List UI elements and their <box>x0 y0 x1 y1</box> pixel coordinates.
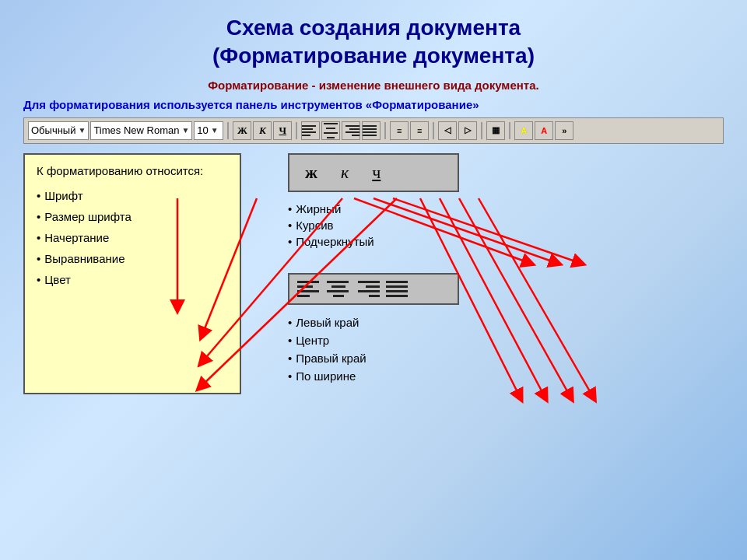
align-center-button[interactable] <box>321 121 340 140</box>
separator-5 <box>481 122 482 139</box>
align-list: Левый край Центр Правый край По ширине <box>288 313 366 385</box>
align-right-button[interactable] <box>342 121 360 140</box>
size-label: 10 <box>197 124 208 136</box>
biu-item-italic: Курсив <box>288 217 374 233</box>
decrease-indent-button[interactable]: ◁ <box>438 121 457 140</box>
align-justify-button[interactable] <box>362 121 381 140</box>
align-left-button[interactable] <box>301 121 320 140</box>
right-section: ж к ч Жирный Курсив Подчеркнутый <box>241 153 724 394</box>
bold-button[interactable]: Ж <box>233 121 251 140</box>
list-item-color: Цвет <box>37 269 228 290</box>
list-item-align: Выравнивание <box>37 248 228 269</box>
align-justify-box-icon <box>386 281 409 297</box>
align-justify-icon <box>363 122 380 139</box>
underline-button[interactable]: Ч <box>273 121 292 140</box>
font-label: Times New Roman <box>93 124 179 136</box>
left-box-heading: К форматированию относится: <box>37 164 228 177</box>
font-arrow: ▼ <box>181 126 189 135</box>
align-item-left: Левый край <box>288 313 366 331</box>
increase-indent-button[interactable]: ▷ <box>458 121 477 140</box>
align-item-center: Центр <box>288 331 366 349</box>
align-center-box-icon <box>327 281 350 297</box>
highlight-button[interactable]: A <box>514 121 533 140</box>
style-label: Обычный <box>31 124 75 136</box>
italic-button[interactable]: К <box>253 121 272 140</box>
left-box-list: Шрифт Размер шрифта Начертание Выравнива… <box>37 185 228 290</box>
toolbar: Обычный ▼ Times New Roman ▼ 10 ▼ Ж К Ч <box>23 117 724 144</box>
align-center-icon <box>322 122 339 139</box>
align-right-icon <box>342 122 359 139</box>
list-item-size: Размер шрифта <box>37 206 228 227</box>
style-dropdown[interactable]: Обычный ▼ <box>28 121 89 140</box>
biu-box: ж к ч <box>288 153 459 192</box>
style-arrow: ▼ <box>78 126 86 135</box>
separator-4 <box>433 122 434 139</box>
separator-3 <box>384 122 386 139</box>
align-left-box-icon <box>297 281 321 297</box>
left-info-box: К форматированию относится: Шрифт Размер… <box>23 153 241 394</box>
subtitle: Форматирование - изменение внешнего вида… <box>23 79 724 92</box>
separator-2 <box>296 122 297 139</box>
more-button[interactable]: » <box>555 121 573 140</box>
separator-6 <box>509 122 510 139</box>
align-left-icon <box>302 122 319 139</box>
font-dropdown[interactable]: Times New Roman ▼ <box>90 121 192 140</box>
info-line: Для форматирования используется панель и… <box>23 98 724 111</box>
numbering-button[interactable]: ≡ <box>390 121 409 140</box>
bullets-button[interactable]: ≡ <box>410 121 429 140</box>
underline-display: ч <box>372 163 381 183</box>
align-item-justify: По ширине <box>288 367 366 385</box>
align-right-box-icon <box>356 281 380 297</box>
main-container: Схема создания документа (Форматирование… <box>0 0 747 560</box>
list-item-font: Шрифт <box>37 185 228 206</box>
align-item-right: Правый край <box>288 349 366 367</box>
biu-list: Жирный Курсив Подчеркнутый <box>288 201 374 250</box>
bold-display: ж <box>305 163 317 183</box>
lower-section: К форматированию относится: Шрифт Размер… <box>23 153 724 394</box>
italic-display: к <box>341 163 349 183</box>
page-title: Схема создания документа (Форматирование… <box>23 14 724 71</box>
border-button[interactable]: ▦ <box>486 121 505 140</box>
list-item-style: Начертание <box>37 227 228 248</box>
biu-item-bold: Жирный <box>288 201 374 217</box>
size-arrow: ▼ <box>211 126 219 135</box>
align-box <box>288 273 459 305</box>
separator-1 <box>227 122 229 139</box>
fontcolor-button[interactable]: A <box>535 121 553 140</box>
size-dropdown[interactable]: 10 ▼ <box>194 121 223 140</box>
biu-item-underline: Подчеркнутый <box>288 233 374 250</box>
